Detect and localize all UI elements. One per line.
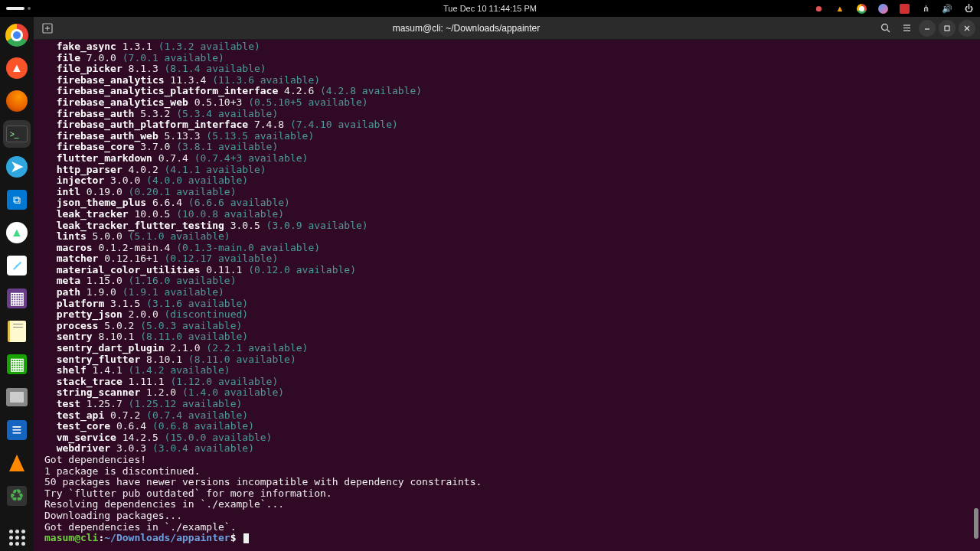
- chrome-tray-icon[interactable]: [856, 3, 867, 14]
- dock-notes[interactable]: [3, 318, 31, 345]
- power-icon[interactable]: ⏻: [963, 3, 974, 14]
- system-tray: ⏺ ▲ ⋔ 🔊 ⏻: [813, 3, 974, 14]
- warning-icon[interactable]: ▲: [835, 3, 845, 14]
- dock-spreadsheet[interactable]: ▦: [3, 350, 31, 378]
- dock-apps-grid[interactable]: [3, 523, 31, 551]
- minimize-button[interactable]: [919, 20, 936, 37]
- window-title: masum@cli: ~/Downloads/appainter: [57, 23, 876, 34]
- dock-android-studio[interactable]: ▲: [3, 219, 31, 246]
- svg-point-3: [881, 24, 887, 31]
- dock-writer[interactable]: ≡: [3, 416, 31, 444]
- dock-telegram[interactable]: ➤: [3, 153, 31, 181]
- clock[interactable]: Tue Dec 10 11:44:15 PM: [443, 4, 537, 13]
- dock-terminal[interactable]: >_: [3, 120, 31, 148]
- menu-button[interactable]: [897, 20, 916, 37]
- dock-files[interactable]: [3, 383, 31, 411]
- terminal-window: masum@cli: ~/Downloads/appainter fake_as…: [34, 17, 980, 551]
- dock-chrome[interactable]: [3, 21, 31, 49]
- dock-recycle[interactable]: ♻: [3, 482, 31, 510]
- maximize-button[interactable]: [939, 20, 956, 37]
- app-tray-icon[interactable]: [877, 3, 888, 14]
- scrollbar-thumb[interactable]: [974, 508, 978, 539]
- close-button[interactable]: [959, 20, 975, 37]
- dock: ▲ >_ ➤ ⧉ ▲ ⟋ ▦ ▦ ≡ ♻: [0, 17, 34, 551]
- dock-flutter[interactable]: ⟋: [3, 252, 31, 279]
- volume-icon[interactable]: 🔊: [942, 3, 952, 14]
- dock-vlc[interactable]: [3, 449, 31, 477]
- terminal-titlebar: masum@cli: ~/Downloads/appainter: [34, 17, 980, 40]
- terminal-output[interactable]: fake_async 1.3.1 (1.3.2 available) file …: [34, 40, 980, 551]
- search-button[interactable]: [876, 20, 894, 37]
- dock-vscode[interactable]: ⧉: [3, 186, 31, 214]
- svg-line-4: [887, 30, 890, 33]
- screen-record-icon[interactable]: ⏺: [813, 3, 824, 14]
- svg-rect-9: [945, 26, 949, 31]
- dock-media[interactable]: ▦: [3, 285, 31, 312]
- activities-corner[interactable]: [6, 7, 31, 10]
- app-tray-icon-2[interactable]: [899, 3, 910, 14]
- dock-brave[interactable]: ▲: [3, 54, 31, 82]
- system-topbar: Tue Dec 10 11:44:15 PM ⏺ ▲ ⋔ 🔊 ⏻: [0, 0, 980, 17]
- network-icon[interactable]: ⋔: [920, 3, 931, 14]
- dock-firefox[interactable]: [3, 87, 31, 115]
- new-tab-button[interactable]: [38, 20, 57, 37]
